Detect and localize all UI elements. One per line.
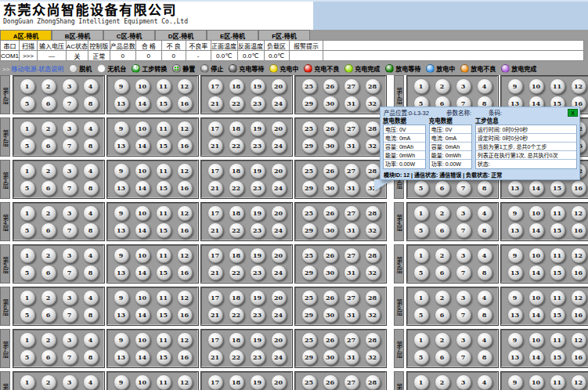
cell-circle[interactable]: 27 — [344, 78, 359, 94]
cell-circle[interactable]: 6 — [41, 138, 56, 153]
cell-circle[interactable]: 3 — [456, 290, 471, 305]
cell-circle[interactable]: 23 — [250, 349, 265, 365]
cell-circle[interactable]: 31 — [344, 138, 359, 153]
cell-circle[interactable]: 14 — [135, 265, 150, 280]
cell-circle[interactable]: 9 — [114, 78, 129, 94]
cell-circle[interactable]: 17 — [207, 290, 223, 305]
cell-circle[interactable]: 13 — [114, 138, 129, 153]
cell-circle[interactable]: 12 — [177, 163, 193, 179]
cell-circle[interactable]: 22 — [229, 307, 244, 323]
cell-circle[interactable]: 14 — [528, 222, 544, 238]
cell-circle[interactable]: 2 — [435, 332, 450, 348]
cell-circle[interactable]: 6 — [41, 222, 56, 238]
cell-circle[interactable]: 13 — [507, 265, 523, 280]
cell-circle[interactable]: 1 — [413, 374, 429, 390]
cell-circle[interactable]: 10 — [135, 374, 150, 390]
cell-circle[interactable]: 15 — [156, 138, 171, 153]
cell-circle[interactable]: 19 — [250, 332, 265, 348]
cell-circle[interactable]: 16 — [571, 180, 586, 196]
cell-circle[interactable]: 11 — [156, 290, 171, 305]
cell-circle[interactable]: 32 — [365, 222, 381, 238]
cell-circle[interactable]: 9 — [114, 247, 129, 263]
cell-circle[interactable]: 19 — [250, 205, 265, 221]
cell-circle[interactable]: 4 — [477, 290, 492, 305]
cell-circle[interactable]: 25 — [301, 332, 317, 348]
cell-circle[interactable]: 12 — [177, 205, 193, 221]
cell-circle[interactable]: 7 — [62, 138, 78, 153]
cell-circle[interactable]: 29 — [301, 96, 317, 111]
cell-circle[interactable]: 26 — [323, 290, 338, 305]
cell-circle[interactable]: 15 — [156, 349, 171, 365]
cell-circle[interactable]: 5 — [413, 349, 429, 365]
cell-circle[interactable]: 17 — [207, 163, 223, 179]
cell-circle[interactable]: 7 — [62, 180, 78, 196]
cell-circle[interactable]: 14 — [528, 349, 544, 365]
cell-circle[interactable]: 1 — [413, 205, 429, 221]
cell-circle[interactable]: 10 — [135, 78, 150, 94]
cell-circle[interactable]: 26 — [323, 163, 338, 179]
cell-circle[interactable]: 2 — [41, 78, 56, 94]
cell-circle[interactable]: 25 — [301, 121, 317, 136]
cell-circle[interactable]: 24 — [271, 96, 287, 111]
cell-circle[interactable]: 29 — [301, 307, 317, 323]
cell-circle[interactable]: 6 — [435, 307, 450, 323]
cell-circle[interactable]: 18 — [229, 205, 244, 221]
cell-circle[interactable]: 4 — [83, 163, 99, 179]
cell-circle[interactable]: 2 — [435, 374, 450, 390]
cell-circle[interactable]: 9 — [114, 290, 129, 305]
cell-circle[interactable]: 27 — [344, 290, 359, 305]
cell-circle[interactable]: 27 — [344, 121, 359, 136]
cell-circle[interactable]: 23 — [250, 96, 265, 111]
cell-circle[interactable]: 28 — [365, 290, 381, 305]
cell-circle[interactable]: 13 — [507, 349, 523, 365]
cell-circle[interactable]: 15 — [156, 96, 171, 111]
cell-circle[interactable]: 8 — [477, 180, 492, 196]
cell-circle[interactable]: 30 — [323, 349, 338, 365]
cell-circle[interactable]: 24 — [271, 138, 287, 153]
cell-circle[interactable]: 10 — [528, 290, 544, 305]
cell-circle[interactable]: 6 — [41, 265, 56, 280]
cell-circle[interactable]: 1 — [20, 121, 35, 136]
cell-circle[interactable]: 22 — [229, 349, 244, 365]
cell-circle[interactable]: 5 — [20, 138, 35, 153]
cell-circle[interactable]: 28 — [365, 121, 381, 136]
status-legend-link[interactable]: >> 移动电源-状态说明 — [2, 64, 63, 73]
cell-circle[interactable]: 1 — [20, 332, 35, 348]
cell-circle[interactable]: 31 — [344, 349, 359, 365]
cell-circle[interactable]: 3 — [62, 332, 78, 348]
cell-circle[interactable]: 24 — [271, 307, 287, 323]
status-col-value-1[interactable]: >>> — [20, 51, 38, 61]
cell-circle[interactable]: 29 — [301, 349, 317, 365]
cell-circle[interactable]: 10 — [135, 205, 150, 221]
cell-circle[interactable]: 21 — [207, 180, 223, 196]
cell-circle[interactable]: 14 — [135, 307, 150, 323]
cell-circle[interactable]: 25 — [301, 290, 317, 305]
cell-circle[interactable]: 30 — [323, 265, 338, 280]
cell-circle[interactable]: 30 — [323, 96, 338, 111]
cell-circle[interactable]: 1 — [413, 290, 429, 305]
cell-circle[interactable]: 1 — [20, 163, 35, 179]
cell-circle[interactable]: 29 — [301, 265, 317, 280]
cell-circle[interactable]: 23 — [250, 222, 265, 238]
cell-circle[interactable]: 10 — [135, 332, 150, 348]
cell-circle[interactable]: 13 — [507, 307, 523, 323]
cell-circle[interactable]: 10 — [528, 247, 544, 263]
cell-circle[interactable]: 11 — [156, 205, 171, 221]
cell-circle[interactable]: 4 — [477, 332, 492, 348]
cell-circle[interactable]: 10 — [528, 78, 544, 94]
cell-circle[interactable]: 11 — [156, 332, 171, 348]
cell-circle[interactable]: 16 — [177, 307, 193, 323]
cell-circle[interactable]: 20 — [271, 78, 287, 94]
cell-circle[interactable]: 5 — [20, 349, 35, 365]
cell-circle[interactable]: 3 — [456, 78, 471, 94]
cell-circle[interactable]: 23 — [250, 307, 265, 323]
cell-circle[interactable]: 18 — [229, 163, 244, 179]
cell-circle[interactable]: 26 — [323, 78, 338, 94]
tab-zone-0[interactable]: A区-待机 — [0, 30, 52, 40]
cell-circle[interactable]: 3 — [62, 205, 78, 221]
cell-circle[interactable]: 21 — [207, 265, 223, 280]
cell-circle[interactable]: 27 — [344, 163, 359, 179]
cell-circle[interactable]: 27 — [344, 374, 359, 390]
cell-circle[interactable]: 11 — [550, 374, 565, 390]
cell-circle[interactable]: 4 — [83, 121, 99, 136]
